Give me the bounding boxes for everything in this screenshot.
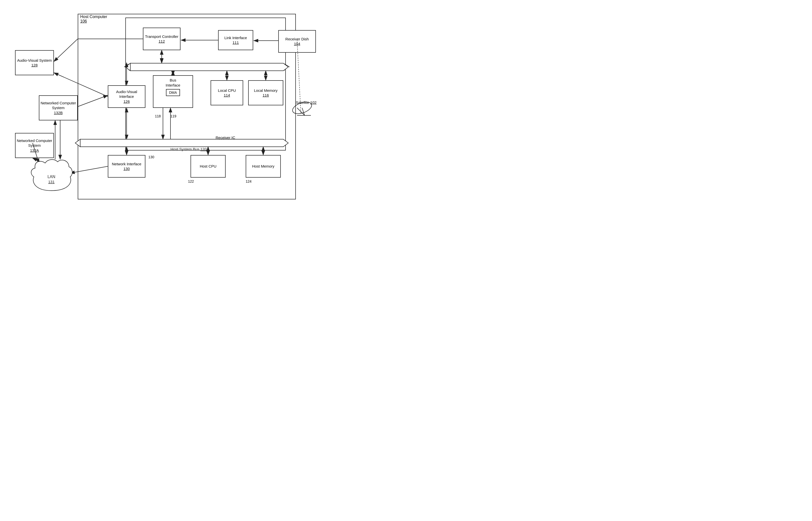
receiver-ic-label: Receiver IC 108	[216, 135, 235, 144]
num-118-label: 118	[155, 114, 161, 118]
svg-line-42	[297, 108, 305, 115]
transport-controller-box: Transport Controller 112	[143, 28, 181, 50]
dma-box: DMA	[166, 89, 180, 96]
diagram: Host Computer 106 Receiver IC 108 Receiv…	[0, 0, 326, 208]
svg-text:131: 131	[48, 180, 54, 184]
networked-computer-132b-box: Networked Computer System 132B	[39, 95, 78, 120]
network-interface-box: Network Interface 130	[108, 155, 145, 178]
svg-line-23	[54, 39, 78, 62]
num-119-label: 119	[170, 114, 176, 118]
receiver-dish-box: Receiver Dish 104	[278, 30, 316, 53]
local-memory-box: Local Memory 116	[248, 80, 283, 105]
networked-computer-132a-box: Networked Computer System 132A	[15, 133, 54, 158]
audio-visual-interface-box: Audio-Visual Interface 126	[108, 85, 145, 108]
bus-interface-box: BusInterface DMA	[153, 75, 193, 108]
local-cpu-box: Local CPU 114	[211, 80, 243, 105]
num-122-label: 122	[188, 179, 194, 183]
svg-text:LAN: LAN	[47, 175, 55, 179]
link-interface-box: Link Interface 111	[218, 30, 253, 50]
host-computer-label: Host Computer 106	[80, 15, 107, 24]
num-130-label: 130	[148, 155, 154, 159]
host-memory-box: Host Memory	[246, 155, 281, 178]
host-cpu-box: Host CPU	[191, 155, 225, 178]
satellite-label: Satellite 102	[296, 100, 317, 105]
svg-line-41	[302, 108, 305, 115]
num-124-label: 124	[246, 179, 252, 183]
lan-cloud: LAN 131	[29, 158, 74, 196]
audio-visual-system-box: Audio-Visual System 128	[15, 50, 54, 75]
